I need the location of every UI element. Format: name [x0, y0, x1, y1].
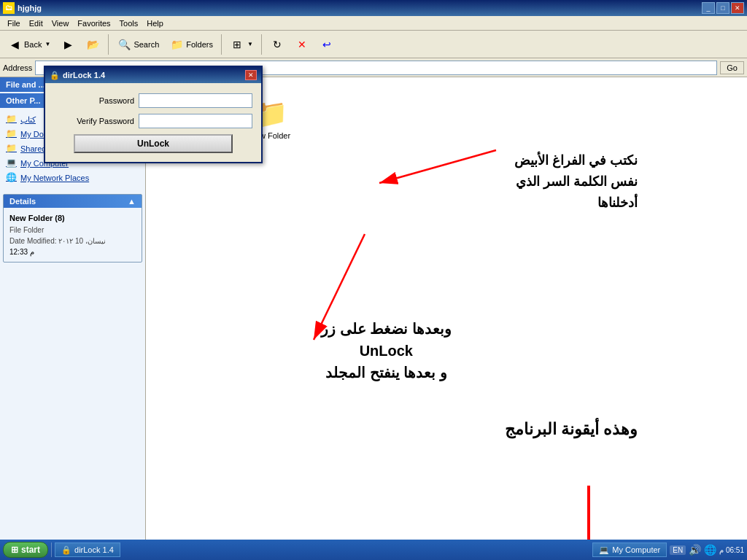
details-content: New Folder (8) File Folder Date Modified…	[4, 208, 142, 262]
search-icon: 🔍	[117, 37, 131, 52]
folders-button[interactable]: 📁 Folders	[165, 34, 217, 55]
sidebar-item-network[interactable]: 🌐 My Network Places	[0, 171, 145, 185]
red-arrow-2	[285, 230, 416, 347]
svg-line-3	[314, 234, 365, 340]
password-label: Password	[54, 96, 134, 105]
views-icon: ⊞	[230, 37, 244, 52]
dialog-title-bar: 🔒 dirLock 1.4 ✕	[45, 67, 261, 83]
views-button[interactable]: ⊞ ▼	[225, 34, 258, 55]
taskbar-dirlock[interactable]: 🔒 dirLock 1.4	[55, 542, 120, 557]
taskbar-mycomputer-label: My Computer	[612, 545, 660, 554]
dirlock-dialog: 🔒 dirLock 1.4 ✕ Password Verify Password…	[44, 66, 263, 163]
menu-edit[interactable]: Edit	[25, 18, 47, 29]
title-bar: 🗂 hjghjg _ □ ✕	[0, 0, 747, 16]
details-label: Details	[9, 197, 36, 206]
taskbar-tray: 💻 My Computer EN 🔊 🌐 06:51 م	[592, 542, 744, 557]
sidebar-link-label-4: My Network Places	[20, 174, 89, 182]
menu-help[interactable]: Help	[142, 18, 168, 29]
menu-tools[interactable]: Tools	[115, 18, 143, 29]
folders-label: Folders	[186, 40, 213, 49]
arabic3-text: وهذه أيقونة البرنامج	[505, 420, 638, 438]
verify-row: Verify Password	[54, 114, 252, 128]
details-folder-type: File Folder	[9, 225, 136, 236]
folder-icon: 📁	[6, 114, 18, 125]
windows-logo-icon: ⊞	[11, 545, 18, 555]
menu-favorites[interactable]: Favorites	[73, 18, 115, 29]
mycomputer-tray-icon: 💻	[599, 545, 609, 555]
arabic1-line3: أدخلناها	[514, 192, 638, 214]
taskbar: ⊞ start 🔒 dirLock 1.4 💻 My Computer EN 🔊…	[0, 540, 747, 560]
forward-icon: ▶	[61, 37, 75, 52]
folders-icon: 📁	[169, 37, 184, 52]
arabic1-line2: نفس الكلمة السر الذي	[514, 171, 638, 192]
password-input[interactable]	[139, 93, 252, 108]
dialog-title-icon: 🔒	[50, 71, 60, 80]
arabic2-line3: و بعدها ينفتح المجلد	[321, 362, 452, 384]
toolbar-sep-2	[221, 34, 222, 55]
details-date-time: 12:33 م	[9, 246, 136, 257]
delete-button[interactable]: ✕	[290, 34, 314, 55]
window-title: hjghjg	[18, 4, 42, 12]
verify-label: Verify Password	[54, 117, 134, 125]
back-button[interactable]: ◀ Back ▼	[3, 34, 55, 55]
back-label: Back	[24, 40, 42, 49]
taskbar-sep-1	[51, 542, 52, 557]
refresh-icon: ↻	[270, 37, 285, 52]
taskbar-dirlock-label: dirLock 1.4	[74, 545, 114, 554]
details-section: Details ▲ New Folder (8) File Folder Dat…	[3, 194, 142, 262]
details-title[interactable]: Details ▲	[4, 195, 142, 208]
arabic1-line1: نكتب في الفراغ الأبيض	[514, 150, 638, 171]
delete-icon: ✕	[295, 37, 309, 52]
shared-documents-icon: 📁	[6, 143, 18, 155]
tray-language[interactable]: EN	[670, 545, 686, 555]
toolbar: ◀ Back ▼ ▶ 📂 🔍 Search 📁 Folders ⊞ ▼ ↻ ✕ …	[0, 31, 747, 58]
arabic-annotation-1: نكتب في الفراغ الأبيض نفس الكلمة السر ال…	[514, 150, 638, 213]
undo-icon: ↩	[320, 37, 334, 52]
back-arrow-icon: ▼	[44, 41, 50, 47]
undo-button[interactable]: ↩	[315, 34, 338, 55]
go-button[interactable]: Go	[720, 61, 744, 74]
back-icon: ◀	[7, 37, 22, 52]
arabic-annotation-3: وهذه أيقونة البرنامج	[505, 420, 638, 439]
date-modified-label: Date Modified:	[9, 237, 56, 245]
my-documents-icon: 📁	[6, 128, 18, 140]
date-modified-value: نيسان، 10 ٢٠١٢	[58, 237, 106, 245]
sidebar-link-label-0: كتاب	[20, 115, 36, 125]
taskbar-mycomputer[interactable]: 💻 My Computer	[592, 542, 667, 557]
unlock-button[interactable]: UnLock	[74, 134, 233, 153]
tray-time: 06:51 م	[719, 546, 744, 554]
svg-line-1	[379, 150, 496, 183]
menu-file[interactable]: File	[3, 18, 25, 29]
dialog-close-button[interactable]: ✕	[245, 70, 257, 80]
red-arrow-3	[587, 486, 590, 540]
details-date-label: Date Modified: نيسان، 10 ٢٠١٢	[9, 236, 136, 246]
forward-button[interactable]: ▶	[56, 34, 80, 55]
tray-volume-icon: 🔊	[689, 544, 701, 556]
details-arrow-icon: ▲	[128, 197, 136, 206]
maximize-button[interactable]: □	[716, 2, 729, 14]
start-label: start	[21, 545, 40, 555]
minimize-button[interactable]: _	[702, 2, 715, 14]
password-row: Password	[54, 93, 252, 108]
toolbar-sep-3	[261, 34, 262, 55]
up-button[interactable]: 📂	[81, 34, 104, 55]
verify-input[interactable]	[139, 114, 252, 128]
start-button[interactable]: ⊞ start	[3, 542, 48, 558]
search-label: Search	[133, 40, 159, 49]
network-icon: 🌐	[6, 172, 18, 184]
views-arrow-icon: ▼	[247, 41, 253, 47]
details-folder-name: New Folder (8)	[9, 212, 136, 225]
close-button[interactable]: ✕	[731, 2, 744, 14]
address-label: Address	[3, 63, 32, 72]
refresh-button[interactable]: ↻	[266, 34, 289, 55]
other-places-label: Other P...	[6, 96, 40, 105]
up-icon: 📂	[85, 37, 100, 52]
menu-bar: File Edit View Favorites Tools Help	[0, 16, 747, 31]
menu-view[interactable]: View	[47, 18, 74, 29]
red-arrow-1	[365, 147, 511, 190]
toolbar-sep-1	[108, 34, 109, 55]
tray-network-icon: 🌐	[704, 544, 716, 556]
dirlock-icon: 🔒	[61, 545, 71, 555]
title-bar-controls: _ □ ✕	[702, 2, 744, 14]
search-button[interactable]: 🔍 Search	[112, 34, 163, 55]
